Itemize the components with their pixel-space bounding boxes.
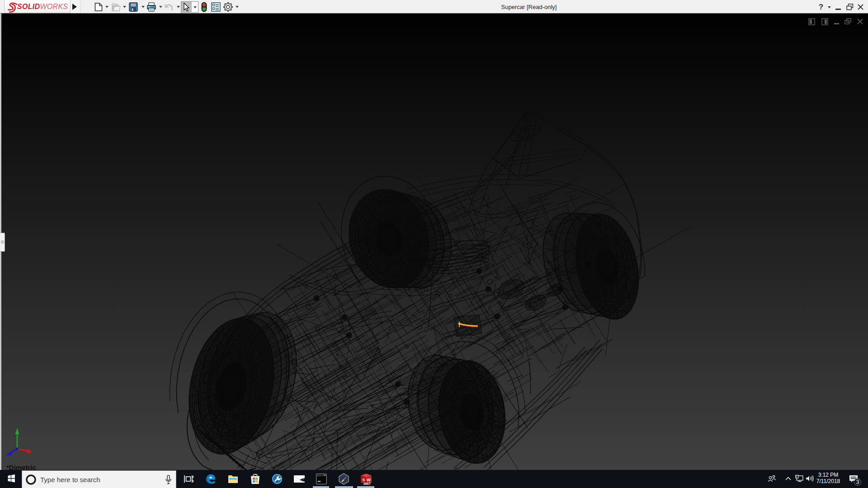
svg-text:2017: 2017 <box>363 482 371 485</box>
svg-text:W: W <box>367 477 371 482</box>
svg-text:C:\: C:\ <box>317 475 321 477</box>
svg-text:3: 3 <box>856 479 859 485</box>
svg-text:?: ? <box>819 3 823 11</box>
svg-text:S: S <box>362 477 365 482</box>
